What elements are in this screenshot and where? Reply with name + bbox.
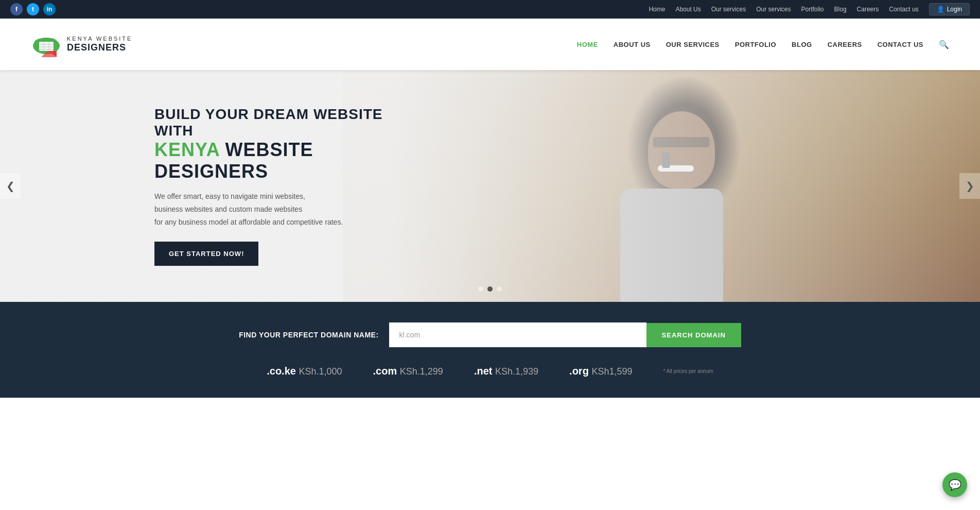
linkedin-icon[interactable]: in <box>43 3 56 15</box>
hero-title-line1: BUILD YOUR DREAM WEBSITE WITH <box>154 106 386 139</box>
chevron-right-icon: ❯ <box>966 180 974 192</box>
social-links: f t in <box>10 3 56 15</box>
domain-input[interactable] <box>389 322 646 347</box>
top-bar: f t in Home About Us Our services Our se… <box>0 0 980 19</box>
nav-blog[interactable]: BLOG <box>792 41 812 48</box>
nav-portfolio[interactable]: PORTFOLIO <box>735 41 776 48</box>
get-started-button[interactable]: GET STARTED NOW! <box>154 242 258 266</box>
nav-home[interactable]: HOME <box>577 41 598 48</box>
hero-title-line2: KENYA WEBSITE <box>154 139 386 161</box>
logo[interactable]: KENYA WEBSITE DESIGNERS <box>31 31 132 57</box>
topnav-portfolio[interactable]: Portfolio <box>801 6 824 13</box>
domain-search-row: FIND YOUR PERFECT DOMAIN NAME: SEARCH DO… <box>31 322 949 347</box>
topnav-about[interactable]: About Us <box>675 6 701 13</box>
chevron-left-icon: ❮ <box>6 180 15 192</box>
top-nav: Home About Us Our services Our services … <box>649 3 970 15</box>
slider-dot-1[interactable] <box>478 286 483 292</box>
prices-note: * All prices per annum <box>663 368 713 375</box>
hero-website: WEBSITE <box>225 139 313 160</box>
logo-text: KENYA WEBSITE DESIGNERS <box>67 36 132 54</box>
hero-slider: BUILD YOUR DREAM WEBSITE WITH KENYA WEBS… <box>0 70 980 302</box>
hero-title-line3: DESIGNERS <box>154 161 386 182</box>
nav-careers[interactable]: CAREERS <box>828 41 862 48</box>
user-icon: 👤 <box>937 6 944 13</box>
twitter-icon[interactable]: t <box>27 3 39 15</box>
slider-next-button[interactable]: ❯ <box>959 173 980 199</box>
domain-prices: .co.ke KSh.1,000 .com KSh.1,299 .net KSh… <box>31 365 949 377</box>
hero-subtitle: We offer smart, easy to navigate mini we… <box>154 190 386 229</box>
main-navigation: KENYA WEBSITE DESIGNERS HOME ABOUT US OU… <box>0 19 980 70</box>
search-icon[interactable]: 🔍 <box>939 40 949 49</box>
price-net: .net KSh.1,939 <box>474 365 538 377</box>
slider-dots <box>478 286 502 292</box>
search-domain-button[interactable]: SEARCH DOMAIN <box>646 323 741 347</box>
topnav-careers[interactable]: Careers <box>857 6 879 13</box>
hero-content: BUILD YOUR DREAM WEBSITE WITH KENYA WEBS… <box>0 70 980 302</box>
hero-text: BUILD YOUR DREAM WEBSITE WITH KENYA WEBS… <box>154 106 386 266</box>
login-button[interactable]: 👤 Login <box>929 3 970 15</box>
slider-prev-button[interactable]: ❮ <box>0 173 21 199</box>
topnav-services2[interactable]: Our services <box>756 6 791 13</box>
price-coke: .co.ke KSh.1,000 <box>267 365 342 377</box>
topnav-blog[interactable]: Blog <box>834 6 847 13</box>
facebook-icon[interactable]: f <box>10 3 23 15</box>
domain-label: FIND YOUR PERFECT DOMAIN NAME: <box>239 331 378 339</box>
topnav-contact[interactable]: Contact us <box>889 6 918 13</box>
nav-services[interactable]: OUR SERVICES <box>666 41 720 48</box>
slider-dot-2[interactable] <box>487 286 493 292</box>
logo-icon <box>31 31 62 57</box>
slider-dot-3[interactable] <box>497 286 502 292</box>
nav-about[interactable]: ABOUT US <box>614 41 651 48</box>
topnav-services1[interactable]: Our services <box>711 6 746 13</box>
domain-section: FIND YOUR PERFECT DOMAIN NAME: SEARCH DO… <box>0 302 980 398</box>
topnav-home[interactable]: Home <box>649 6 665 13</box>
hero-kenya: KENYA <box>154 139 219 160</box>
price-org: .org KSh1,599 <box>569 365 632 377</box>
nav-links: HOME ABOUT US OUR SERVICES PORTFOLIO BLO… <box>577 40 949 49</box>
nav-contact[interactable]: CONTACT US <box>878 41 923 48</box>
price-com: .com KSh.1,299 <box>373 365 443 377</box>
